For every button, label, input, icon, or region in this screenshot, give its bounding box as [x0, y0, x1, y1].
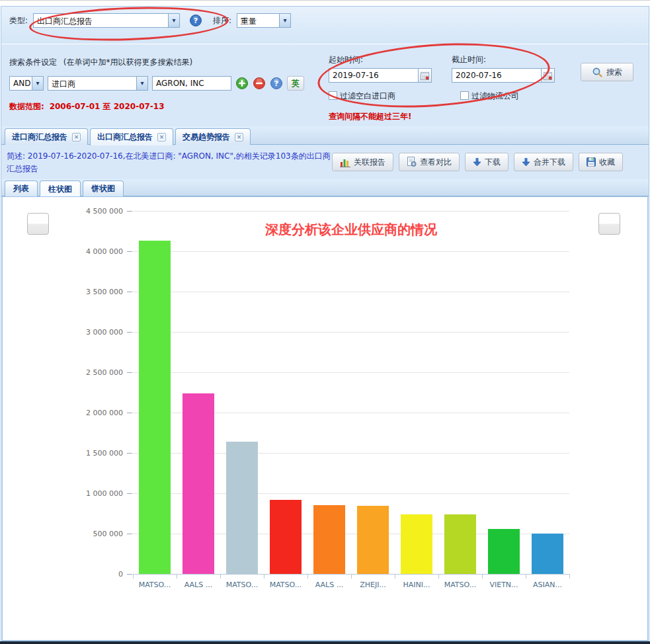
calendar-icon[interactable]: [542, 68, 555, 83]
x-axis-tick: [569, 574, 570, 579]
calendar-icon[interactable]: [419, 68, 432, 83]
y-axis-tick-label: 0: [40, 570, 123, 579]
tab-importer-summary[interactable]: 进口商汇总报告: [5, 128, 88, 145]
end-date-input[interactable]: 2020-07-16: [452, 68, 542, 83]
document-gear-icon: [407, 157, 417, 167]
y-axis-tick: [127, 251, 132, 252]
view-tab-pie-chart[interactable]: 饼状图: [83, 181, 124, 196]
x-axis-label: HAINI...: [395, 581, 438, 589]
type-label: 类型:: [9, 15, 28, 26]
gridline: [133, 372, 569, 373]
search-section: 搜索条件设定 (在单词中加*用以获得更多搜索结果) AND 进口商 AGRON,…: [1, 45, 649, 126]
filter-logistics-checkbox[interactable]: 过滤物流公司: [460, 91, 519, 102]
checkbox-icon[interactable]: [329, 91, 337, 100]
x-axis-label: MATSO...: [220, 581, 264, 589]
search-button-label: 搜索: [606, 67, 622, 78]
gridline: [133, 251, 569, 252]
x-axis-label: AALS ...: [177, 581, 220, 589]
search-button[interactable]: 搜索: [581, 63, 633, 81]
view-tab-list[interactable]: 列表: [5, 181, 38, 196]
search-field-select[interactable]: 进口商: [48, 76, 148, 91]
x-axis-tick: [438, 574, 439, 579]
bar-aals: [313, 505, 345, 574]
x-axis-tick: [482, 574, 483, 579]
download-icon: [473, 157, 481, 167]
merge-download-label: 合并下载: [534, 157, 565, 168]
summary-section: 简述: 2019-07-16-2020-07-16,在北美进口商: "AGRON…: [1, 145, 649, 179]
y-axis-tick-label: 3 000 000: [40, 328, 123, 337]
start-date-input[interactable]: 2019-07-16: [329, 68, 419, 83]
related-report-button[interactable]: 关联报告: [332, 153, 393, 171]
filter-blank-importer-label: 过滤空白进口商: [340, 91, 395, 101]
close-icon[interactable]: [235, 133, 243, 141]
keyword-input[interactable]: AGRON, INC: [152, 76, 231, 91]
chevron-down-icon[interactable]: [279, 14, 290, 27]
y-axis-tick: [127, 413, 132, 413]
add-condition-button[interactable]: [235, 77, 249, 90]
bar-chart-icon: [340, 157, 350, 167]
related-report-label: 关联报告: [354, 157, 386, 168]
y-axis-tick: [127, 493, 132, 494]
help-icon[interactable]: ?: [189, 14, 202, 27]
query-interval-warning: 查询间隔不能超过三年!: [329, 111, 553, 122]
download-button[interactable]: 下载: [465, 153, 508, 171]
favorite-button[interactable]: 收藏: [579, 153, 623, 171]
y-axis-tick-label: 4 000 000: [40, 247, 123, 256]
y-axis-tick-label: 3 500 000: [40, 288, 123, 296]
bar-aals: [183, 393, 214, 574]
view-tabbar: 列表 柱状图 饼状图: [1, 179, 649, 196]
tab-label: 进口商汇总报告: [12, 132, 67, 143]
sort-label: 排序:: [213, 15, 231, 26]
view-tab-label: 饼状图: [91, 183, 115, 194]
tab-label: 出口商汇总报告: [97, 132, 153, 143]
tab-label: 交易趋势报告: [183, 132, 230, 143]
bar-matso: [139, 241, 171, 574]
chevron-down-icon[interactable]: [136, 77, 147, 90]
y-axis-tick: [127, 372, 132, 373]
tab-exporter-summary[interactable]: 出口商汇总报告: [90, 128, 173, 145]
report-type-select[interactable]: 出口商汇总报告: [33, 13, 180, 28]
y-axis-tick: [127, 453, 132, 454]
tab-trade-trend[interactable]: 交易趋势报告: [175, 128, 251, 145]
bar-haini: [401, 514, 432, 574]
search-icon: [592, 67, 603, 78]
y-axis-tick-label: 1 000 000: [40, 489, 123, 498]
favorite-label: 收藏: [599, 157, 615, 168]
sort-select[interactable]: 重量: [237, 13, 291, 28]
search-help-icon[interactable]: ?: [270, 77, 283, 90]
close-icon[interactable]: [72, 133, 81, 141]
bool-operator-select[interactable]: AND: [9, 76, 44, 91]
search-settings-hint: (在单词中加*用以获得更多搜索结果): [63, 58, 192, 67]
bar-zheji: [357, 506, 389, 574]
close-icon[interactable]: [157, 133, 166, 141]
y-axis-tick-label: 500 000: [40, 530, 123, 538]
chevron-down-icon[interactable]: [32, 77, 43, 90]
filter-blank-importer-checkbox[interactable]: 过滤空白进口商: [329, 91, 395, 102]
x-axis-tick: [133, 574, 134, 579]
data-range-label: 数据范围:: [9, 102, 44, 111]
x-axis-label: VIETN...: [482, 581, 526, 589]
y-axis-tick: [127, 211, 132, 212]
bar-matso: [270, 500, 302, 574]
merge-download-button[interactable]: 合并下载: [514, 153, 573, 171]
x-axis-tick: [395, 574, 395, 579]
bar-chart-panel: 深度分析该企业供应商的情况 0500 0001 000 0001 500 000…: [2, 196, 648, 641]
bool-operator-value: AND: [10, 77, 32, 90]
x-axis-label: MATSO...: [438, 581, 482, 589]
x-axis-tick: [220, 574, 221, 579]
svg-text:?: ?: [194, 17, 198, 25]
y-axis-tick: [127, 332, 132, 333]
english-toggle-button[interactable]: 英: [287, 76, 304, 91]
scroll-left-button[interactable]: [27, 213, 49, 235]
y-axis-tick-label: 1 500 000: [40, 449, 123, 458]
view-compare-button[interactable]: 查看对比: [399, 153, 460, 171]
x-axis-tick: [351, 574, 352, 579]
download-icon: [522, 157, 530, 167]
view-tab-bar-chart[interactable]: 柱状图: [40, 181, 81, 197]
checkbox-icon[interactable]: [460, 91, 469, 100]
bar-matso: [444, 514, 476, 574]
remove-condition-button[interactable]: [253, 77, 266, 90]
scroll-right-button[interactable]: [598, 213, 620, 235]
chevron-down-icon[interactable]: [168, 14, 179, 27]
data-range-value: 2006-07-01 至 2020-07-13: [50, 102, 165, 111]
